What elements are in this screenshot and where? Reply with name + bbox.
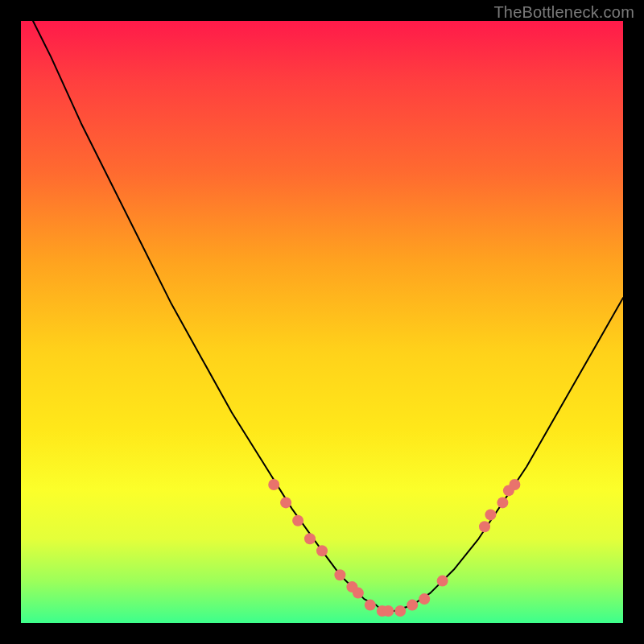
chart-stage: TheBottleneck.com — [0, 0, 644, 644]
highlight-dot — [365, 600, 376, 611]
highlight-dot — [485, 509, 496, 520]
chart-svg — [21, 21, 623, 623]
watermark-text: TheBottleneck.com — [493, 3, 634, 22]
highlight-dot — [353, 588, 364, 599]
highlight-dot — [437, 576, 448, 587]
highlight-dot — [497, 497, 508, 508]
highlight-dot — [334, 569, 345, 580]
highlight-dot — [316, 545, 328, 556]
highlight-dot — [304, 533, 316, 544]
highlight-dot — [280, 497, 291, 508]
highlight-dot — [382, 605, 394, 617]
plot-area — [21, 21, 623, 623]
highlight-dot — [479, 521, 490, 532]
highlight-dot — [407, 600, 418, 611]
highlight-dot — [419, 593, 430, 605]
highlight-dot — [394, 605, 406, 617]
highlight-dot — [268, 479, 279, 490]
highlight-dot — [292, 515, 303, 526]
highlight-dot — [509, 479, 520, 490]
bottleneck-curve-path — [33, 21, 623, 611]
highlight-dots-group — [268, 479, 520, 617]
